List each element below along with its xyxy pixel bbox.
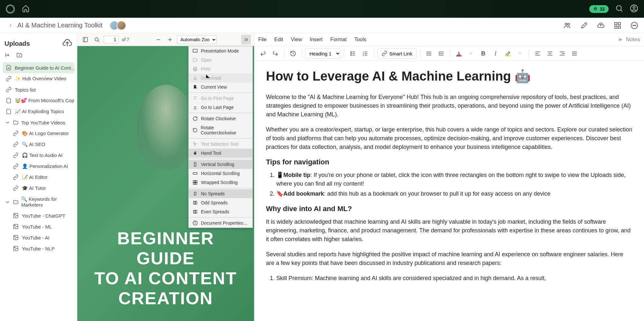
page-total-label: of 7 (122, 37, 129, 42)
menu-horizontal-scrolling[interactable]: Horizontal Scrolling (189, 169, 252, 178)
sidebar-item-youtube-ai[interactable]: YouTube - AI (3, 232, 74, 243)
highlight-button[interactable] (502, 51, 513, 56)
sidebar-item-ai-seo[interactable]: 🔍 AI SEO (3, 139, 74, 150)
sidebar-item-beginner-guide[interactable]: Beginner Guide to AI Cont... (3, 62, 74, 73)
menu-last-page[interactable]: Go to Last Page (189, 103, 252, 112)
align-justify-button[interactable] (569, 48, 580, 59)
align-left-button[interactable] (532, 48, 543, 59)
svg-rect-7 (618, 23, 620, 25)
history-button[interactable] (288, 48, 298, 59)
sidebar-item-youtube-chatgpt[interactable]: YouTube - ChatGPT (3, 210, 74, 221)
sidebar-item-topics-list[interactable]: Topics list (3, 84, 74, 95)
menu-doc-properties[interactable]: Document Properties… (189, 219, 252, 228)
menu-hand-tool[interactable]: Hand Tool (189, 149, 252, 158)
text-color-dropdown[interactable] (466, 48, 477, 59)
page-number-input[interactable] (104, 36, 118, 44)
menu-rotate-cw[interactable]: Rotate Clockwise (189, 114, 252, 123)
smart-link-button[interactable]: Smart Link (377, 48, 417, 59)
sidebar-item-text-to-audio[interactable]: 🎧 Text to Audio AI (3, 150, 74, 161)
pdf-more-button[interactable] (241, 35, 251, 44)
menu-first-page[interactable]: Go to First Page (189, 94, 252, 103)
menu-download[interactable]: Download (189, 73, 252, 83)
menu-edit[interactable]: Edit (274, 37, 283, 43)
credits-badge[interactable]: 32 (589, 5, 609, 13)
link-icon (13, 185, 19, 191)
align-center-button[interactable] (545, 48, 555, 59)
indent-increase-button[interactable] (436, 48, 447, 59)
menu-wrapped-scrolling[interactable]: Wrapped Scrolling (189, 178, 252, 187)
menu-even-spreads[interactable]: Even Spreads (189, 207, 252, 216)
people-icon[interactable] (564, 22, 571, 29)
menu-open[interactable]: Open (189, 55, 252, 64)
svg-point-59 (351, 53, 352, 54)
italic-button[interactable]: I (490, 48, 501, 59)
chevron-down-icon (5, 120, 10, 125)
sidebar-item-label: 📝 AI Editor (22, 174, 48, 180)
sidebar-toggle-button[interactable] (80, 35, 90, 44)
chat-icon[interactable] (630, 22, 638, 29)
search-icon[interactable] (615, 4, 623, 14)
menu-print[interactable]: Print (189, 64, 252, 73)
sidebar-item-hub-overview[interactable]: ✨ Hub Overview Video (3, 73, 74, 84)
align-right-button[interactable] (557, 48, 568, 59)
sidebar-folder-youtube[interactable]: Top YouTube Videos (3, 117, 74, 128)
zoom-select[interactable]: Automatic Zoom (177, 35, 217, 44)
zoom-out-button[interactable] (154, 35, 163, 44)
sidebar-item-youtube-ml[interactable]: YouTube - ML (3, 221, 74, 232)
document-body[interactable]: How to Leverage AI & Machine Learning 🤖 … (254, 61, 644, 321)
collapse-icon[interactable] (5, 52, 11, 58)
highlight-dropdown[interactable] (515, 48, 526, 59)
home-icon[interactable] (22, 5, 30, 14)
heading-select[interactable]: Heading 1 (305, 48, 341, 59)
cloud-upload-icon[interactable] (597, 22, 605, 29)
upload-button[interactable] (62, 38, 72, 49)
collaborator-avatars[interactable] (109, 21, 126, 30)
svg-point-61 (351, 55, 352, 56)
uploads-subactions (3, 52, 74, 62)
sidebar-folder-keywords[interactable]: 🔍 Keywords for Marketers (3, 194, 74, 210)
numbered-list-button[interactable]: 123 (360, 48, 371, 59)
svg-point-27 (14, 247, 15, 248)
doc-title: How to Leverage AI & Machine Learning 🤖 (266, 69, 632, 84)
edit-icon[interactable] (580, 22, 588, 29)
sidebar-item-youtube-nlp[interactable]: YouTube - NLP (3, 243, 74, 254)
sidebar-item-ai-editor[interactable]: 📝 AI Editor (3, 172, 74, 183)
bold-button[interactable]: B (478, 48, 489, 59)
text-color-button[interactable] (453, 51, 464, 56)
find-button[interactable] (92, 35, 102, 44)
sidebar-item-exploding-topics[interactable]: 📈 AI Exploding Topics (3, 106, 74, 117)
undo-button[interactable] (258, 48, 269, 59)
menu-tools[interactable]: Tools (354, 37, 366, 43)
svg-rect-9 (618, 26, 620, 28)
sidebar-item-personalization[interactable]: 👤 Personalization AI (3, 161, 74, 172)
notes-toggle[interactable]: Notes (618, 36, 640, 43)
menu-odd-spreads[interactable]: Odd Spreads (189, 198, 252, 207)
image-icon (13, 246, 19, 251)
indent-decrease-button[interactable] (423, 48, 434, 59)
breadcrumb-title[interactable]: AI & Machine Learning Toolkit (17, 22, 102, 29)
redo-button[interactable] (270, 48, 281, 59)
menu-file[interactable]: File (258, 37, 267, 43)
menu-insert[interactable]: Insert (310, 37, 323, 43)
svg-rect-42 (193, 172, 197, 174)
menu-text-selection[interactable]: Text Selection Tool (189, 140, 252, 149)
bullet-list-button[interactable] (347, 48, 358, 59)
menu-no-spreads[interactable]: No Spreads (189, 189, 252, 198)
sidebar-item-ai-tutor[interactable]: 🎓 AI Tutor (3, 183, 74, 194)
user-profile-icon[interactable] (630, 4, 638, 14)
menu-vertical-scrolling[interactable]: Vertical Scrolling (189, 160, 252, 169)
menu-rotate-ccw[interactable]: Rotate Counterclockwise (189, 123, 252, 137)
link-icon (13, 141, 19, 147)
menu-view[interactable]: View (291, 37, 302, 43)
menu-format[interactable]: Format (330, 37, 347, 43)
zoom-in-button[interactable] (165, 35, 175, 44)
doc-heading: Tips for navigation (266, 158, 632, 166)
chevron-right-icon[interactable] (8, 23, 13, 28)
sidebar-item-logo-generator[interactable]: 🎨 AI Logo Generator (3, 128, 74, 139)
new-folder-icon[interactable] (16, 52, 23, 58)
app-logo[interactable] (6, 5, 15, 14)
apps-icon[interactable] (614, 22, 621, 29)
sidebar-item-microsoft-cop[interactable]: 🤯💕 From Microsoft's Cop... (3, 95, 74, 106)
menu-presentation-mode[interactable]: Presentation Mode (189, 46, 252, 55)
menu-current-view[interactable]: Current View (189, 83, 252, 92)
